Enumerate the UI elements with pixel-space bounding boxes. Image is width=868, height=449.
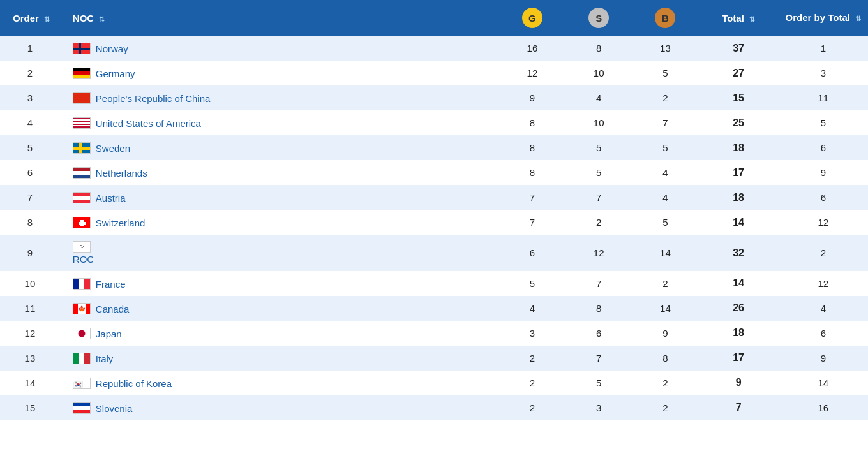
flag-france [73,278,91,290]
country-name: Japan [96,328,122,339]
total-label: Total [722,13,744,24]
noc-cell: Netherlands [60,160,499,185]
bronze-cell: 7 [632,110,698,135]
order-by-total-cell: 2 [779,235,868,271]
table-row: 10France5721412 [0,271,868,296]
country-name: ROC [73,254,94,265]
order-cell: 12 [0,321,60,346]
gold-circle: G [522,8,542,28]
gold-cell: 9 [499,85,565,110]
gold-cell: 8 [499,160,565,185]
gold-cell: 2 [499,346,565,371]
gold-column-header[interactable]: G [499,0,565,36]
order-by-total-cell: 9 [779,160,868,185]
country-name: Netherlands [96,168,147,179]
noc-cell: Italy [60,346,499,371]
order-by-total-cell: 6 [779,321,868,346]
order-by-total-column-header[interactable]: Order by Total ⇅ [779,0,868,36]
bronze-cell: 4 [632,185,698,210]
gold-cell: 7 [499,210,565,235]
flag-norway [73,43,91,54]
noc-cell: France [60,271,499,296]
order-cell: 13 [0,346,60,371]
order-by-total-cell: 6 [779,135,868,160]
order-by-total-cell: 9 [779,346,868,371]
table-row: 13Italy278179 [0,346,868,371]
flag-roc: 🏳 [73,241,91,253]
total-cell: 27 [699,61,779,85]
gold-cell: 2 [499,371,565,395]
country-name: United States of America [96,118,201,129]
gold-cell: 8 [499,135,565,160]
noc-cell: Norway [60,36,499,61]
total-cell: 18 [699,185,779,210]
order-column-header[interactable]: Order ⇅ [0,0,60,36]
bronze-cell: 2 [632,395,698,420]
country-name: Republic of Korea [96,378,172,388]
country-name: People's Republic of China [96,93,211,104]
total-cell: 14 [699,271,779,296]
order-by-total-cell: 14 [779,371,868,395]
silver-cell: 8 [565,36,632,61]
order-cell: 15 [0,395,60,420]
total-cell: 25 [699,110,779,135]
order-by-total-label: Order by Total [786,12,850,23]
table-row: 11🍁Canada4814264 [0,296,868,321]
silver-circle: S [588,8,609,28]
total-sort-icon: ⇅ [749,15,755,24]
silver-cell: 7 [565,346,632,371]
total-cell: 17 [699,346,779,371]
gold-cell: 4 [499,296,565,321]
order-by-total-cell: 3 [779,61,868,85]
country-name: Sweden [96,143,130,154]
silver-cell: 2 [565,210,632,235]
total-column-header[interactable]: Total ⇅ [699,0,779,36]
table-row: 3People's Republic of China9421511 [0,85,868,110]
silver-cell: 5 [565,160,632,185]
noc-cell: Slovenia [60,395,499,420]
silver-cell: 4 [565,85,632,110]
gold-cell: 3 [499,321,565,346]
silver-cell: 12 [565,235,632,271]
order-cell: 4 [0,110,60,135]
table-row: 5Sweden855186 [0,135,868,160]
flag-netherlands [73,167,91,179]
order-cell: 5 [0,135,60,160]
order-by-total-sort-icon: ⇅ [855,14,861,23]
silver-cell: 3 [565,395,632,420]
order-cell: 6 [0,160,60,185]
country-name: Germany [96,68,135,79]
flag-austria [73,192,91,203]
total-cell: 26 [699,296,779,321]
total-cell: 37 [699,36,779,61]
flag-italy [73,353,91,364]
bronze-cell: 5 [632,210,698,235]
silver-cell: 8 [565,296,632,321]
flag-germany [73,68,91,79]
noc-cell: 🍁Canada [60,296,499,321]
order-cell: 8 [0,210,60,235]
order-by-total-cell: 6 [779,185,868,210]
country-name: Canada [96,303,130,314]
noc-label: NOC [73,13,94,24]
order-cell: 1 [0,36,60,61]
bronze-cell: 5 [632,135,698,160]
bronze-column-header[interactable]: B [632,0,698,36]
bronze-cell: 2 [632,85,698,110]
total-cell: 17 [699,160,779,185]
bronze-cell: 2 [632,371,698,395]
silver-cell: 5 [565,371,632,395]
order-by-total-cell: 12 [779,210,868,235]
country-name: France [96,278,126,289]
total-cell: 7 [699,395,779,420]
flag-japan [73,328,91,339]
bronze-cell: 14 [632,235,698,271]
order-cell: 14 [0,371,60,395]
bronze-circle: B [655,8,675,28]
order-by-total-cell: 1 [779,36,868,61]
gold-cell: 2 [499,395,565,420]
silver-column-header[interactable]: S [565,0,632,36]
noc-column-header[interactable]: NOC ⇅ [60,0,499,36]
noc-sort-icon: ⇅ [99,15,105,24]
flag-slovenia [73,402,91,414]
